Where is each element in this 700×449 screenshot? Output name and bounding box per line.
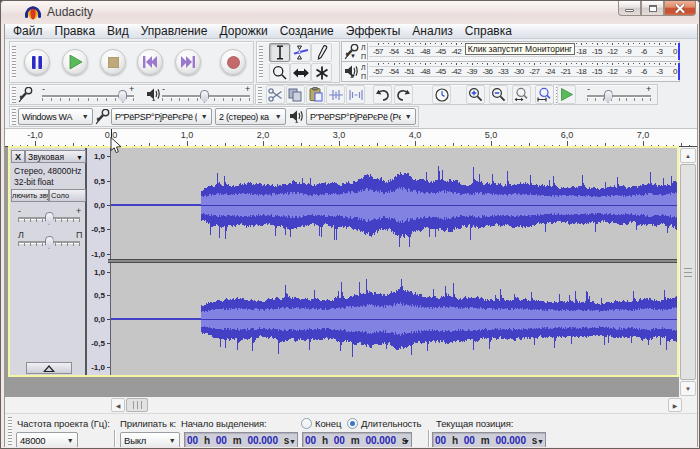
menu-Правка[interactable]: Правка	[49, 24, 102, 39]
record-meter-minortick	[633, 43, 634, 44]
mute-button[interactable]: лючить зву	[11, 189, 49, 202]
menu-Эффекты[interactable]: Эффекты	[340, 24, 407, 39]
combo-arrow-icon: ▼	[63, 437, 77, 444]
pause-button[interactable]	[24, 49, 50, 75]
menu-Файл[interactable]: Файл	[7, 24, 49, 39]
record-meter-dropdown-arrow[interactable]: ▼	[350, 53, 356, 59]
scroll-up-button[interactable]: ▲	[680, 148, 696, 163]
waveform-channel-left[interactable]	[111, 148, 677, 258]
menu-Справка[interactable]: Справка	[459, 24, 518, 39]
input-volume-slider-tick	[42, 98, 43, 101]
menu-Дорожки[interactable]: Дорожки	[214, 24, 274, 39]
sync-lock-button[interactable]	[432, 85, 451, 104]
paste-button[interactable]	[306, 85, 325, 104]
zoom-tool-button[interactable]	[269, 63, 290, 82]
output-volume-slider-thumb[interactable]	[200, 90, 209, 103]
undo-button[interactable]	[373, 85, 392, 104]
playback-speed-slider-thumb[interactable]	[604, 90, 613, 103]
ruler-label-1,0: 1,0	[181, 130, 194, 140]
gain-tick	[36, 219, 37, 222]
input-volume-slider-thumb[interactable]	[118, 90, 127, 103]
skip-to-end-button[interactable]	[175, 49, 201, 75]
collapse-track-button[interactable]	[26, 362, 72, 374]
playback-meter-dropdown-arrow[interactable]: ▼	[350, 73, 356, 79]
gain-slider-thumb[interactable]	[45, 212, 54, 225]
record-meter-minortick	[592, 43, 593, 44]
menu-Вид[interactable]: Вид	[101, 24, 135, 39]
minimize-button[interactable]	[618, 1, 641, 16]
trim-audio-button[interactable]	[326, 85, 345, 104]
ruler-minor-tick	[521, 145, 522, 146]
toolbar-grip[interactable]	[259, 46, 263, 79]
scroll-right-button[interactable]: ▶	[668, 398, 682, 412]
output-device-combo[interactable]: Р"РёРЅР°РјРёРєРё (Рє▼	[306, 108, 416, 125]
toolbar-grip[interactable]	[12, 46, 16, 79]
draw-tool-button[interactable]	[311, 43, 332, 62]
timeshift-tool-button[interactable]	[290, 63, 311, 82]
playback-meter-minortick	[415, 63, 416, 64]
title-bar[interactable]: Audacity	[1, 1, 700, 24]
playback-meter-minortick	[482, 63, 483, 64]
solo-button[interactable]: Соло	[49, 189, 86, 202]
mouse-cursor	[110, 137, 122, 154]
toolbar-grip[interactable]	[258, 87, 262, 103]
menu-Создание[interactable]: Создание	[274, 24, 340, 39]
output-volume-slider-tick	[232, 98, 233, 101]
vscroll-thumb[interactable]	[680, 164, 696, 380]
maximize-button[interactable]	[641, 1, 664, 16]
input-device-combo[interactable]: Р"РёРЅР°РјРёРєРё (Рє▼	[111, 108, 212, 125]
multi-tool-button[interactable]	[311, 63, 332, 82]
play-at-speed-button[interactable]	[557, 85, 576, 104]
track-title-dropdown[interactable]: Звуковая▼	[25, 150, 86, 163]
ruler-label-5,0: 5,0	[485, 130, 498, 140]
cut-button[interactable]	[266, 85, 285, 104]
track-menu-arrow-icon: ▼	[76, 154, 83, 161]
timeline-ruler[interactable]: -1,00,01,02,03,04,05,06,07,0	[2, 128, 700, 147]
pan-slider-thumb[interactable]	[45, 236, 54, 249]
radio-end[interactable]	[301, 418, 312, 429]
gain-tick	[30, 219, 31, 222]
ruler-minor-tick	[582, 145, 583, 146]
scroll-left-button[interactable]: ◀	[111, 398, 125, 412]
copy-button[interactable]	[286, 85, 305, 104]
fit-selection-button[interactable]	[512, 85, 531, 104]
statusbar-grip[interactable]	[8, 417, 12, 445]
skip-to-start-button[interactable]	[137, 49, 163, 75]
selection-tool-button[interactable]	[269, 43, 290, 62]
timefield-arrow-icon[interactable]: ▼	[289, 438, 296, 445]
playback-speed-slider-track[interactable]	[587, 95, 651, 97]
input-channels-combo[interactable]: 2 (стерео) ка▼	[215, 108, 286, 125]
ruler-minor-tick	[217, 145, 218, 146]
radio-length[interactable]	[347, 418, 358, 429]
transport-toolbar	[9, 41, 254, 83]
menu-Управление[interactable]: Управление	[135, 24, 214, 39]
zoom-in-button[interactable]	[466, 85, 485, 104]
vruler-ch2-label--0,5: -0,5	[91, 338, 105, 347]
envelope-tool-button[interactable]	[290, 43, 311, 62]
ruler-minor-tick	[689, 145, 690, 146]
hscroll-thumb[interactable]	[126, 398, 148, 412]
playback-speed-slider-tick	[634, 98, 635, 101]
playback-meter[interactable]: ▼ЛП-57-54-51-48-45-42-39-36-33-30-27-24-…	[341, 61, 680, 82]
toolbar-grip[interactable]	[12, 87, 16, 103]
audio-host-combo[interactable]: Windows WA▼	[18, 108, 93, 125]
horizontal-scrollbar[interactable]: ◀ ▶	[2, 397, 699, 413]
playback-meter-minortick	[498, 63, 499, 64]
scroll-down-button[interactable]: ▼	[680, 381, 696, 396]
zoom-out-button[interactable]	[489, 85, 508, 104]
silence-audio-button[interactable]	[346, 85, 365, 104]
menu-Анализ[interactable]: Анализ	[406, 24, 459, 39]
track-close-button[interactable]: X	[11, 150, 25, 163]
waveform-channel-right[interactable]	[111, 263, 677, 375]
fit-project-button[interactable]	[535, 85, 554, 104]
vertical-scrollbar[interactable]: ▲ ▼	[679, 147, 697, 397]
timefield-arrow-icon[interactable]: ▼	[403, 438, 410, 445]
record-button[interactable]	[220, 49, 246, 75]
close-button[interactable]	[664, 1, 696, 16]
track-canvas[interactable]: XЗвуковая▼Стерео, 48000Hz32-bit floatлюч…	[2, 147, 700, 397]
timefield-arrow-icon[interactable]: ▼	[537, 438, 544, 445]
stop-button[interactable]	[100, 49, 126, 75]
redo-button[interactable]	[394, 85, 413, 104]
toolbar-grip[interactable]	[12, 109, 16, 125]
play-button[interactable]	[62, 49, 88, 75]
